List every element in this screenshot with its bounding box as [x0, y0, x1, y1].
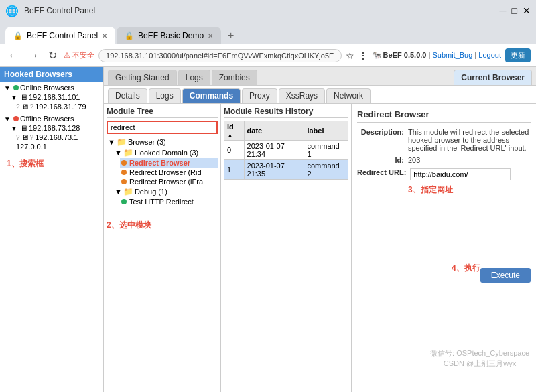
watermark-line2: CSDN @上别三月wyx	[430, 358, 529, 369]
expand-hd-icon: ▼	[115, 149, 122, 157]
tab-beef-demo[interactable]: 🔒 BeEF Basic Demo ✕	[117, 27, 221, 44]
sidebar-item-192-168-31-179[interactable]: ? 🖥 ? 192.168.31.179	[13, 102, 103, 111]
close-btn[interactable]: ✕	[523, 5, 531, 16]
module-tree-panel: Module Tree ▼ 📁 Browser (3) ▼ 📁 Hooked D…	[104, 104, 221, 392]
folder-icon-browser: 📁	[117, 137, 127, 147]
main-panel: Hooked Browsers ▼ Online Browsers ▼ 🖥 19…	[0, 67, 536, 392]
submit-bug-link[interactable]: Submit_Bug	[432, 51, 472, 59]
results-table: id ▲ date label 0 2023-01-07 21:34 comma…	[224, 121, 348, 180]
logout-link[interactable]: Logout	[478, 51, 501, 59]
menu-icon[interactable]: ⋮	[358, 50, 368, 61]
question4: ?	[30, 134, 34, 141]
tab-xssrays[interactable]: XssRays	[279, 88, 325, 103]
question-icon: ?	[16, 103, 20, 111]
tab-zombies[interactable]: Zombies	[212, 70, 257, 85]
top-tabs: Getting Started Logs Zombies Current Bro…	[104, 67, 536, 86]
url-row: Redirect URL:	[357, 168, 531, 180]
bullet-orange3	[121, 178, 128, 186]
question2: ?	[30, 103, 34, 111]
content-area: Getting Started Logs Zombies Current Bro…	[104, 67, 536, 392]
row1-label: command 2	[304, 160, 348, 180]
sidebar-item-127-0-0-1[interactable]: 127.0.0.1	[13, 142, 103, 151]
online-dot	[13, 85, 19, 90]
tree-redirect-browser-ifra[interactable]: Redirect Browser (iFra	[120, 177, 218, 186]
online-browsers-label: ▼ Online Browsers	[0, 83, 103, 92]
col-date[interactable]: date	[244, 121, 304, 141]
bullet-orange1	[121, 159, 128, 167]
monitor-icon2: 🖥	[21, 133, 29, 141]
module-tree-title: Module Tree	[107, 107, 218, 118]
title-bar: 🌐 BeEF Control Panel ─ □ ✕	[0, 0, 536, 21]
folder-icon-hd: 📁	[123, 148, 133, 157]
bullet-green1	[121, 198, 128, 206]
row1-date: 2023-01-07 21:35	[244, 160, 304, 180]
tab2-close[interactable]: ✕	[208, 32, 213, 40]
tab1-close[interactable]: ✕	[102, 32, 107, 40]
expand-offline-icon: ▼	[3, 115, 12, 123]
results-title: Module Results History	[224, 107, 348, 118]
computer-icon2: 🖥	[20, 124, 27, 132]
maximize-btn[interactable]: □	[512, 5, 517, 16]
tab-proxy[interactable]: Proxy	[242, 88, 277, 103]
tab-network[interactable]: Network	[326, 88, 371, 103]
execute-btn[interactable]: Execute	[480, 268, 531, 283]
tree-hooked-domain-folder[interactable]: ▼ 📁 Hooked Domain (3)	[113, 147, 218, 158]
description-value: This module will redirect the selected h…	[408, 128, 531, 152]
id-row: Id: 203	[357, 156, 531, 164]
offline-browsers-label: ▼ Offline Browsers	[0, 114, 103, 123]
row0-label: command 1	[304, 141, 348, 160]
watermark-line1: 微信号: OSPtech_Cyberspace	[430, 348, 529, 358]
monitor-icon: 🖥	[21, 103, 29, 111]
tab-getting-started[interactable]: Getting Started	[108, 70, 177, 85]
folder-icon-debug: 📁	[123, 187, 133, 196]
tab-logs[interactable]: Logs	[149, 88, 181, 103]
update-btn[interactable]: 更新	[505, 48, 531, 62]
module-results-panel: Module Results History id ▲ date label 0…	[221, 104, 352, 392]
sidebar: Hooked Browsers ▼ Online Browsers ▼ 🖥 19…	[0, 67, 104, 392]
redirect-url-input[interactable]	[410, 168, 511, 180]
sidebar-title: Hooked Browsers	[0, 67, 103, 82]
tree-redirect-browser[interactable]: Redirect Browser	[120, 158, 218, 168]
table-row[interactable]: 1 2023-01-07 21:35 command 2	[224, 160, 348, 180]
tab-commands[interactable]: Commands	[182, 88, 241, 103]
security-badge: ⚠ 不安全	[64, 50, 94, 60]
second-tabs: Details Logs Commands Proxy XssRays Netw…	[104, 86, 536, 103]
minimize-btn[interactable]: ─	[500, 5, 507, 16]
expand-debug-icon: ▼	[115, 188, 122, 196]
back-btn[interactable]: ←	[5, 48, 21, 63]
tab-details[interactable]: Details	[108, 88, 147, 103]
col-id[interactable]: id ▲	[224, 121, 245, 141]
annotation-2: 2、选中模块	[107, 220, 218, 231]
col-label[interactable]: label	[304, 121, 348, 141]
expand-online-icon: ▼	[3, 84, 12, 92]
tab-beef-control[interactable]: 🔒 BeEF Control Panel ✕	[5, 27, 115, 44]
tree-browser-folder[interactable]: ▼ 📁 Browser (3)	[107, 137, 218, 147]
question3: ?	[16, 134, 20, 141]
id-label: Id:	[357, 156, 404, 164]
description-row: Description: This module will redirect t…	[357, 128, 531, 152]
tree-redirect-browser-rid[interactable]: Redirect Browser (Rid	[120, 168, 218, 177]
annotation-3: 3、指定网址	[408, 184, 531, 196]
address-input[interactable]	[98, 49, 341, 62]
annotation-1: 1、搜索框	[7, 158, 103, 170]
tab-logs-top[interactable]: Logs	[178, 70, 210, 85]
sidebar-item-192-168-73-1[interactable]: ? 🖥 ? 192.168.73.1	[13, 133, 103, 142]
table-row[interactable]: 0 2023-01-07 21:34 command 1	[224, 141, 348, 160]
expand-icon: ▼	[9, 94, 19, 101]
sidebar-item-192-168-73-128[interactable]: ▼ 🖥 192.168.73.128	[7, 123, 103, 133]
reload-btn[interactable]: ↻	[46, 48, 60, 63]
row0-date: 2023-01-07 21:34	[244, 141, 304, 160]
forward-btn[interactable]: →	[25, 48, 42, 63]
tree-debug-folder[interactable]: ▼ 📁 Debug (1)	[113, 186, 218, 197]
new-tab-btn[interactable]: +	[222, 27, 239, 44]
sidebar-item-192-168-31-101[interactable]: ▼ 🖥 192.168.31.101	[7, 92, 103, 102]
address-bar: ← → ↻ ⚠ 不安全 ☆ ⋮ 🐄 BeEF 0.5.0.0 | Submit_…	[0, 44, 536, 67]
tree-test-http-redirect[interactable]: Test HTTP Redirect	[120, 197, 218, 206]
star-icon[interactable]: ☆	[346, 50, 354, 61]
beef-info: 🐄 BeEF 0.5.0.0 | Submit_Bug | Logout	[372, 51, 501, 60]
module-search-input[interactable]	[107, 121, 218, 134]
browser-chrome: 🌐 BeEF Control Panel ─ □ ✕ 🔒 BeEF Contro…	[0, 0, 536, 67]
right-panel-title: Redirect Browser	[357, 109, 531, 123]
tab2-label: BeEF Basic Demo	[138, 31, 204, 40]
row0-id: 0	[224, 141, 245, 160]
